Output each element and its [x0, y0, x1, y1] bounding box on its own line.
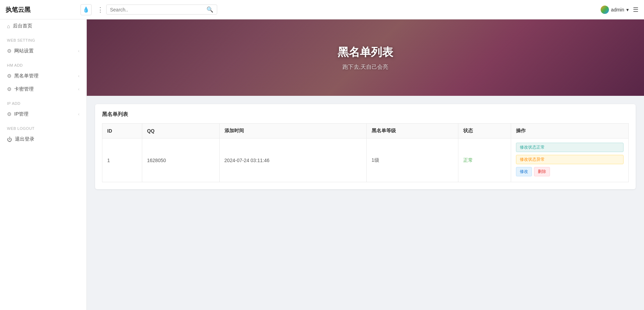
btn-set-abnormal[interactable]: 修改状态异常 [516, 155, 624, 164]
btn-edit[interactable]: 修改 [516, 167, 532, 176]
sidebar-label-ip-mgmt: IP管理 [14, 111, 28, 117]
status-badge: 正常 [463, 157, 473, 163]
banner-subtitle: 跑下去,天自己会亮 [342, 64, 388, 71]
hamburger-menu-icon[interactable]: ☰ [633, 6, 638, 14]
user-chevron-icon: ▾ [626, 7, 629, 12]
sidebar-item-home[interactable]: ⌂ 后台首页 [0, 19, 86, 33]
brand-title: 执笔云黑 [6, 6, 75, 14]
home-icon: ⌂ [7, 23, 10, 29]
user-name: admin [611, 7, 624, 12]
cell-qq: 1628050 [142, 139, 219, 182]
gear-icon-4: ⚙ [7, 111, 11, 117]
col-header-level: 黑名单等级 [366, 124, 458, 139]
table-header-row: ID QQ 添加时间 黑名单等级 状态 操作 [102, 124, 629, 139]
chevron-right-icon-1: ‹ [78, 49, 79, 53]
col-header-actions: 操作 [511, 124, 629, 139]
sidebar: ⌂ 后台首页 WEB SETTING ⚙ 网站设置 ‹ HM ADD ⚙ 黑名单… [0, 19, 87, 310]
col-header-status: 状态 [458, 124, 511, 139]
gear-icon-2: ⚙ [7, 73, 11, 79]
cell-level: 1级 [366, 139, 458, 182]
sidebar-label-logout: 退出登录 [15, 136, 34, 142]
table-card: 黑名单列表 ID QQ 添加时间 黑名单等级 状态 操作 1 162805 [95, 104, 636, 189]
section-label-web-logout: WEB LOGOUT [0, 121, 86, 133]
banner-title: 黑名单列表 [338, 45, 393, 60]
cell-status: 正常 [458, 139, 511, 182]
user-avatar [601, 6, 609, 14]
sidebar-item-logout[interactable]: ⏻ 退出登录 [0, 133, 86, 146]
gear-icon-1: ⚙ [7, 48, 11, 54]
chevron-right-icon-2: ‹ [78, 74, 79, 78]
water-icon-button[interactable]: 💧 [80, 4, 92, 15]
sidebar-item-card-mgmt[interactable]: ⚙ 卡密管理 ‹ [0, 83, 86, 96]
navbar-right: admin ▾ ☰ [601, 6, 638, 14]
col-header-id: ID [102, 124, 142, 139]
chevron-right-icon-3: ‹ [78, 87, 79, 92]
action-buttons: 修改状态正常 修改状态异常 修改 删除 [516, 143, 624, 178]
sidebar-item-blacklist-mgmt[interactable]: ⚙ 黑名单管理 ‹ [0, 69, 86, 83]
table-card-title: 黑名单列表 [102, 111, 629, 118]
main-content: 黑名单列表 跑下去,天自己会亮 黑名单列表 ID QQ 添加时间 黑名单等级 状… [87, 19, 644, 310]
sidebar-label-website-setting: 网站设置 [14, 48, 34, 54]
sidebar-label-home: 后台首页 [13, 23, 32, 29]
banner: 黑名单列表 跑下去,天自己会亮 [87, 19, 644, 96]
blacklist-table: ID QQ 添加时间 黑名单等级 状态 操作 1 1628050 2024-07… [102, 123, 629, 182]
table-row: 1 1628050 2024-07-24 03:11:46 1级 正常 修改状态… [102, 139, 629, 182]
section-label-hm-add: HM ADD [0, 58, 86, 69]
navbar: 执笔云黑 💧 ⋮ 🔍 admin ▾ ☰ [0, 0, 644, 19]
sidebar-item-website-setting[interactable]: ⚙ 网站设置 ‹ [0, 44, 86, 58]
dots-menu-button[interactable]: ⋮ [97, 6, 103, 14]
water-icon: 💧 [83, 6, 90, 13]
btn-row-edit-delete: 修改 删除 [516, 167, 624, 178]
cell-actions: 修改状态正常 修改状态异常 修改 删除 [511, 139, 629, 182]
section-label-ip-add: IP ADD [0, 96, 86, 108]
btn-set-normal[interactable]: 修改状态正常 [516, 143, 624, 152]
gear-icon-3: ⚙ [7, 86, 11, 92]
chevron-right-icon-4: ‹ [78, 112, 79, 117]
sidebar-label-card-mgmt: 卡密管理 [14, 86, 34, 92]
col-header-add-time: 添加时间 [219, 124, 366, 139]
btn-delete[interactable]: 删除 [534, 167, 550, 176]
section-label-web-setting: WEB SETTING [0, 33, 86, 44]
search-bar: 🔍 [106, 5, 217, 15]
cell-id: 1 [102, 139, 142, 182]
sidebar-item-ip-mgmt[interactable]: ⚙ IP管理 ‹ [0, 108, 86, 121]
search-icon[interactable]: 🔍 [206, 6, 213, 13]
cell-add-time: 2024-07-24 03:11:46 [219, 139, 366, 182]
user-menu-button[interactable]: admin ▾ [601, 6, 629, 14]
sidebar-label-blacklist-mgmt: 黑名单管理 [14, 73, 39, 79]
layout: ⌂ 后台首页 WEB SETTING ⚙ 网站设置 ‹ HM ADD ⚙ 黑名单… [0, 19, 644, 310]
search-input[interactable] [110, 7, 206, 12]
col-header-qq: QQ [142, 124, 219, 139]
power-icon: ⏻ [7, 136, 12, 142]
